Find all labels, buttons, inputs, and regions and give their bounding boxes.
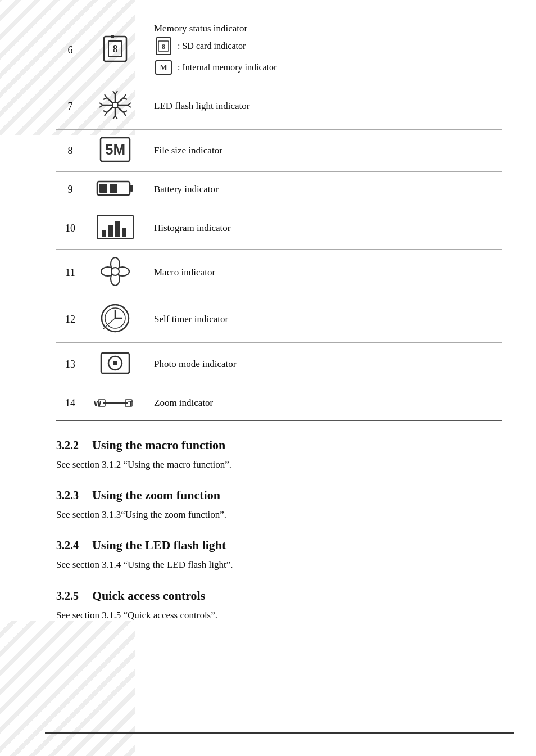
section-body: See section 3.1.4 “Using the LED flash l…: [56, 557, 502, 572]
table-row: 14 W T Zoom indicator: [56, 386, 502, 421]
svg-rect-38: [108, 225, 113, 237]
svg-line-25: [124, 94, 126, 98]
row-description: Self timer indicator: [146, 296, 502, 343]
svg-line-27: [105, 112, 107, 116]
sub-text: : Internal memory indicator: [178, 62, 276, 73]
indicator-table: 6 8 Memory status indicator 8 : SD card …: [56, 17, 502, 421]
svg-line-18: [99, 105, 103, 107]
row-description: Macro indicator: [146, 250, 502, 296]
desc-main: Zoom indicator: [154, 397, 494, 409]
table-row: 9 Battery indicator: [56, 172, 502, 207]
section-body: See section 3.1.5 “Quick access controls…: [56, 608, 502, 623]
section-title: Quick access controls: [92, 588, 205, 603]
table-row: 10 Histogram indicator: [56, 207, 502, 250]
svg-text:8: 8: [162, 43, 165, 51]
row-number: 12: [56, 296, 84, 343]
row-description: Photo mode indicator: [146, 343, 502, 386]
row-description: LED flash light indicator: [146, 83, 502, 130]
svg-point-45: [111, 268, 119, 275]
table-row: 12 Self timer indicator: [56, 296, 502, 343]
svg-line-28: [103, 111, 107, 112]
svg-line-14: [115, 91, 117, 94]
desc-main: Battery indicator: [154, 184, 494, 195]
histogram-icon: [84, 207, 146, 250]
svg-text:M: M: [160, 64, 167, 72]
svg-rect-33: [130, 185, 133, 192]
macro-icon: [84, 250, 146, 296]
desc-main: File size indicator: [154, 145, 494, 156]
section-title: Using the LED flash light: [92, 538, 226, 553]
battery-icon: [84, 172, 146, 207]
section-number: 3.2.4: [56, 539, 79, 552]
table-row: 11 Macro indicator: [56, 250, 502, 296]
row-description: Zoom indicator: [146, 386, 502, 421]
svg-rect-39: [115, 221, 120, 237]
table-row: 6 8 Memory status indicator 8 : SD card …: [56, 17, 502, 83]
section-number: 3.2.2: [56, 439, 79, 452]
svg-line-24: [124, 111, 127, 112]
section-title: Using the macro function: [92, 438, 225, 452]
desc-sub: 8 : SD card indicator: [154, 37, 494, 56]
section-heading: 3.2.2Using the macro function: [56, 438, 502, 452]
section-number: 3.2.3: [56, 489, 79, 502]
row-number: 11: [56, 250, 84, 296]
row-number: 13: [56, 343, 84, 386]
svg-line-16: [115, 116, 117, 119]
svg-text:5M: 5M: [105, 141, 125, 158]
svg-rect-37: [102, 230, 106, 237]
desc-main: Photo mode indicator: [154, 359, 494, 370]
bottom-rule: [45, 732, 514, 734]
sub-text: : SD card indicator: [178, 41, 246, 51]
row-number: 14: [56, 386, 84, 421]
svg-rect-40: [122, 228, 126, 237]
row-description: Histogram indicator: [146, 207, 502, 250]
file-size-icon: 5M: [84, 130, 146, 172]
section-body: See section 3.1.2 “Using the macro funct…: [56, 457, 502, 472]
page-content: 6 8 Memory status indicator 8 : SD card …: [0, 0, 536, 660]
svg-rect-3: [111, 35, 114, 38]
desc-main: Memory status indicator: [154, 23, 494, 34]
table-row: 7 LED flash light indicator: [56, 83, 502, 130]
section-heading: 3.2.3Using the zoom function: [56, 488, 502, 503]
row-description: Battery indicator: [146, 172, 502, 207]
sections-container: 3.2.2Using the macro functionSee section…: [56, 438, 502, 623]
row-description: File size indicator: [146, 130, 502, 172]
row-number: 7: [56, 83, 84, 130]
row-number: 8: [56, 130, 84, 172]
svg-rect-35: [110, 184, 117, 193]
svg-line-21: [105, 94, 107, 98]
desc-main: Macro indicator: [154, 267, 494, 278]
section-number: 3.2.5: [56, 590, 79, 603]
section-heading: 3.2.5Quick access controls: [56, 588, 502, 603]
self-timer-icon: [84, 296, 146, 343]
section-heading: 3.2.4Using the LED flash light: [56, 538, 502, 553]
desc-sub: M : Internal memory indicator: [154, 58, 494, 77]
svg-text:T: T: [128, 399, 133, 408]
svg-point-52: [113, 361, 117, 365]
desc-main: Self timer indicator: [154, 314, 494, 325]
svg-line-26: [124, 98, 127, 99]
row-number: 10: [56, 207, 84, 250]
svg-text:8: 8: [113, 43, 118, 55]
svg-line-20: [128, 105, 131, 107]
section-title: Using the zoom function: [92, 488, 220, 503]
desc-main: LED flash light indicator: [154, 101, 494, 112]
row-number: 6: [56, 17, 84, 83]
table-row: 13 Photo mode indicator: [56, 343, 502, 386]
section-body: See section 3.1.3“Using the zoom functio…: [56, 507, 502, 522]
table-row: 8 5M File size indicator: [56, 130, 502, 172]
led-flash-icon: [84, 83, 146, 130]
row-description: Memory status indicator 8 : SD card indi…: [146, 17, 502, 83]
desc-main: Histogram indicator: [154, 223, 494, 234]
svg-line-23: [124, 112, 126, 116]
memory-status-icon: 8: [84, 17, 146, 83]
svg-line-22: [103, 98, 107, 99]
row-number: 9: [56, 172, 84, 207]
svg-point-29: [112, 102, 118, 108]
zoom-icon: W T: [84, 386, 146, 421]
photo-mode-icon: [84, 343, 146, 386]
svg-rect-34: [99, 184, 107, 193]
